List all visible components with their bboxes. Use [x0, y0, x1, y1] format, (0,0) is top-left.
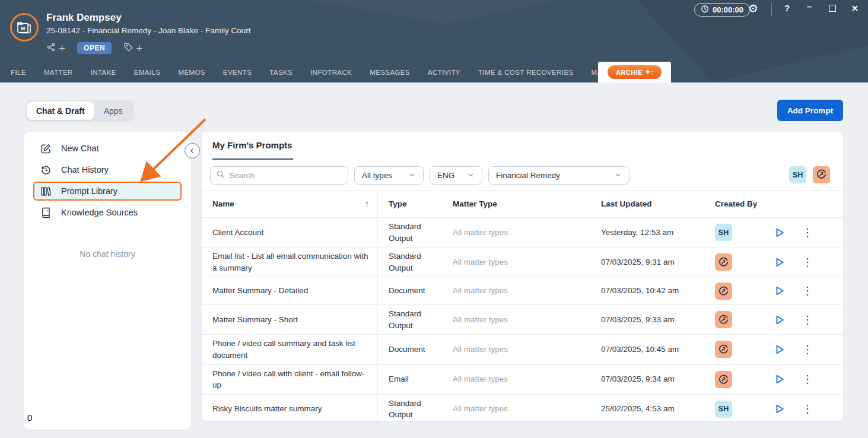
row-menu-button[interactable]: ⋮ — [800, 255, 815, 270]
row-menu-button[interactable]: ⋮ — [800, 283, 815, 299]
client-name: Frank Dempsey — [46, 12, 122, 24]
prompt-type: Standard Output — [378, 305, 453, 334]
help-button[interactable]: ? — [784, 3, 790, 13]
chat-count: 0 — [27, 412, 32, 423]
col-header-last-updated[interactable]: Last Updated — [601, 195, 715, 213]
prompt-row[interactable]: Matter Summary - Detailed Document All m… — [202, 277, 843, 305]
compose-icon — [39, 142, 52, 155]
type-filter-select[interactable]: All types — [354, 166, 424, 185]
app-window: M Frank Dempsey 25-08142 - Financial Rem… — [0, 0, 868, 438]
prompt-last-updated: 07/03/2025, 9:33 am — [601, 311, 715, 329]
prompt-last-updated: 07/03/2025, 9:34 am — [601, 370, 715, 388]
timer-value: 00:00:00 — [713, 5, 743, 14]
run-prompt-button[interactable] — [771, 283, 788, 299]
sidebar-item-prompt-library[interactable]: Prompt Library — [33, 182, 182, 201]
language-filter-select[interactable]: ENG — [430, 166, 482, 185]
creator-filter-sh[interactable]: SH — [789, 166, 806, 183]
minimize-button[interactable]: – — [807, 1, 812, 11]
timer-widget[interactable]: 00:00:00 — [694, 3, 750, 17]
matter-type-filter-select[interactable]: Financial Remedy — [488, 166, 629, 185]
tab-archie[interactable]: ARCHIE ✦: — [598, 62, 671, 82]
created-by-avatar — [715, 341, 732, 358]
sidebar-item-new-chat[interactable]: New Chat — [33, 139, 182, 158]
prompt-type: Standard Output — [378, 218, 453, 247]
col-header-matter-type[interactable]: Matter Type — [453, 195, 601, 213]
sparkle-icon: ✦: — [645, 68, 653, 76]
prompt-matter-type: All matter types — [453, 341, 601, 358]
sort-ascending-icon[interactable]: ↑ — [365, 198, 369, 210]
tab-events[interactable]: EVENTS — [223, 69, 252, 76]
sidebar-item-label: Chat History — [61, 165, 109, 174]
run-prompt-button[interactable] — [771, 224, 788, 241]
tab-time-cost-recoveries[interactable]: TIME & COST RECOVERIES — [478, 69, 574, 76]
col-header-created-by[interactable]: Created By — [715, 195, 771, 213]
prompt-last-updated: Yesterday, 12:53 am — [601, 224, 715, 242]
row-menu-button[interactable]: ⋮ — [800, 225, 815, 240]
prompt-row[interactable]: Client Account Standard Output All matte… — [202, 218, 843, 247]
run-prompt-button[interactable] — [771, 371, 788, 388]
tab-matter[interactable]: MATTER — [44, 69, 73, 76]
tab-messages[interactable]: MESSAGES — [370, 69, 410, 76]
prompt-row[interactable]: Phone / video call summary and task list… — [202, 335, 843, 364]
sidebar-item-label: New Chat — [61, 144, 99, 153]
tab-file[interactable]: FILE — [11, 69, 26, 76]
prompt-last-updated: 07/03/2025, 10:45 am — [601, 341, 715, 358]
run-prompt-button[interactable] — [771, 312, 788, 328]
prompt-row[interactable]: Email list - List all email communicatio… — [202, 247, 843, 277]
prompt-row[interactable]: Matter Summary - Short Standard Output A… — [202, 305, 843, 335]
sidebar-item-knowledge-sources[interactable]: Knowledge Sources — [33, 203, 182, 222]
archie-pill: ARCHIE ✦: — [608, 65, 662, 79]
plus-icon: + — [59, 43, 65, 54]
created-by-avatar — [715, 371, 732, 388]
search-input-wrap — [210, 166, 348, 185]
divider — [202, 160, 843, 160]
prompt-name: Risky Biscuits matter summary — [202, 395, 378, 424]
run-prompt-button[interactable] — [771, 341, 788, 358]
created-by-avatar: SH — [715, 224, 732, 241]
created-by-avatar — [715, 311, 732, 328]
row-menu-button[interactable]: ⋮ — [800, 372, 815, 387]
tab-emails[interactable]: EMAILS — [134, 69, 161, 76]
history-icon — [39, 163, 52, 176]
tag-icon — [123, 42, 133, 55]
matter-type-filter-value: Financial Remedy — [496, 171, 560, 180]
run-prompt-button[interactable] — [771, 254, 788, 271]
created-by-avatar — [715, 283, 732, 300]
search-input[interactable] — [229, 171, 342, 180]
run-prompt-button[interactable] — [771, 401, 788, 417]
tab-tasks[interactable]: TASKS — [269, 69, 292, 76]
header-decoration — [309, 0, 558, 24]
no-chat-history-message: No chat history — [24, 249, 191, 259]
col-header-type[interactable]: Type — [378, 195, 453, 213]
sidebar-item-label: Prompt Library — [61, 186, 117, 196]
close-button[interactable]: ✕ — [851, 4, 859, 13]
tab-infotrack[interactable]: INFOTRACK — [310, 69, 352, 76]
sidebar-collapse-button[interactable] — [185, 143, 200, 158]
tab-memos[interactable]: MEMOS — [178, 69, 205, 76]
add-prompt-button[interactable]: Add Prompt — [777, 100, 843, 121]
tab-intake[interactable]: INTAKE — [91, 69, 116, 76]
type-filter-value: All types — [362, 171, 392, 180]
add-share-link-button[interactable]: + — [46, 42, 65, 55]
row-menu-button[interactable]: ⋮ — [800, 342, 815, 357]
library-icon — [39, 185, 52, 198]
book-icon — [39, 206, 52, 219]
row-menu-button[interactable]: ⋮ — [800, 401, 815, 417]
col-header-name[interactable]: Name — [212, 198, 234, 210]
creator-filter-archie[interactable] — [813, 166, 830, 183]
prompt-row[interactable]: Phone / video call with client - email f… — [202, 365, 843, 395]
row-menu-button[interactable]: ⋮ — [800, 312, 815, 328]
panel-title: My Firm's Prompts — [212, 140, 292, 150]
maximize-button[interactable] — [829, 5, 836, 12]
settings-gear-icon[interactable]: ⚙ — [748, 2, 758, 15]
sidebar-item-chat-history[interactable]: Chat History — [33, 160, 182, 179]
tab-chat-and-draft[interactable]: Chat & Draft — [27, 101, 94, 120]
prompt-row[interactable]: Risky Biscuits matter summary Standard O… — [202, 395, 843, 424]
matter-header: M Frank Dempsey 25-08142 - Financial Rem… — [0, 0, 868, 82]
add-tag-button[interactable]: + — [123, 42, 142, 55]
prompt-type: Document — [378, 282, 453, 300]
prompt-last-updated: 25/02/2025, 4:53 am — [601, 400, 715, 418]
tab-apps[interactable]: Apps — [94, 101, 132, 120]
tab-activity[interactable]: ACTIVITY — [428, 69, 460, 76]
prompt-last-updated: 07/03/2025, 10:42 am — [601, 282, 715, 300]
